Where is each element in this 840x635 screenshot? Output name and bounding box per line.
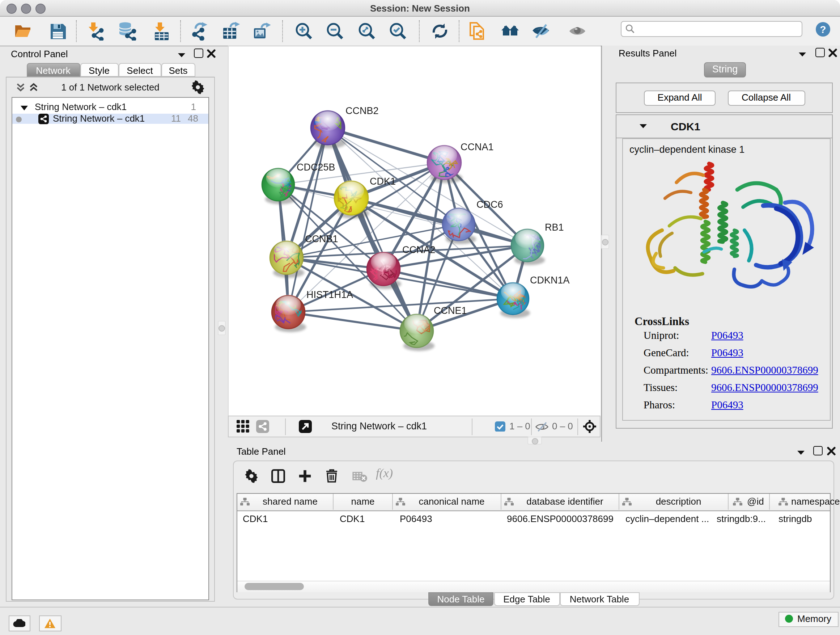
svg-text:CCNB1: CCNB1	[305, 233, 338, 244]
svg-text:?: ?	[820, 24, 826, 35]
svg-text:CDC25B: CDC25B	[296, 162, 335, 172]
svg-text:HIST1H1A: HIST1H1A	[306, 289, 353, 300]
svg-text:CDKN1A: CDKN1A	[530, 274, 569, 285]
svg-text:CDC6: CDC6	[476, 199, 503, 210]
svg-text:CDK1: CDK1	[369, 176, 395, 187]
svg-text:CCNB2: CCNB2	[345, 105, 378, 116]
svg-text:CCNE1: CCNE1	[433, 305, 467, 316]
svg-text:RB1: RB1	[545, 222, 564, 233]
svg-text:CCNA2: CCNA2	[402, 244, 435, 255]
svg-text:CCNA1: CCNA1	[460, 141, 493, 152]
